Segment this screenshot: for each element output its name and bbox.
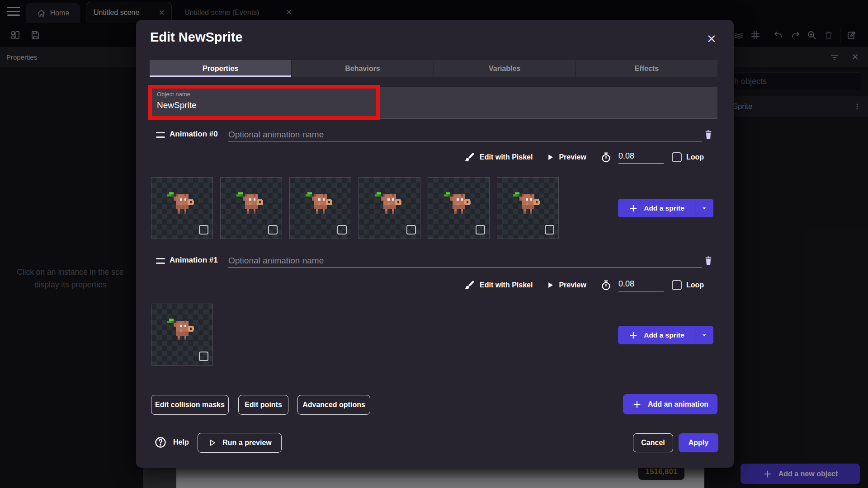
help-label: Help [173, 438, 189, 446]
stopwatch-icon [600, 151, 612, 164]
edit-with-piskel-button[interactable]: Edit with Piskel [480, 281, 533, 289]
tab-variables[interactable]: Variables [434, 60, 576, 77]
delete-animation-icon[interactable] [700, 127, 717, 142]
play-icon [546, 153, 554, 161]
frame-checkbox[interactable] [268, 225, 278, 235]
sprite-frame[interactable] [151, 304, 213, 366]
sprite-frame[interactable] [289, 177, 351, 239]
animation-1-frames [151, 304, 213, 366]
apply-button[interactable]: Apply [679, 433, 718, 452]
sprite-frame[interactable] [220, 177, 282, 239]
dialog-footer: Help Run a preview Cancel Apply [136, 433, 734, 453]
gdevelop-app: Home Untitled scene ✕ Untitled scene (Ev… [0, 0, 868, 488]
time-between-frames-input[interactable] [618, 151, 664, 164]
preview-button[interactable]: Preview [559, 281, 586, 289]
loop-label: Loop [686, 281, 704, 289]
dialog-close-icon[interactable]: ✕ [703, 30, 721, 48]
loop-checkbox[interactable] [672, 280, 682, 290]
animation-0-title: Animation #0 [170, 130, 218, 139]
add-sprite-label: Add a sprite [644, 331, 684, 339]
run-preview-button[interactable]: Run a preview [198, 433, 282, 453]
frame-checkbox[interactable] [199, 225, 208, 235]
brush-icon [464, 151, 476, 163]
add-sprite-button[interactable]: Add a sprite [618, 326, 713, 344]
animation-0-frames [151, 177, 559, 239]
time-between-frames-field [618, 279, 664, 291]
add-sprite-dropdown[interactable] [695, 326, 713, 344]
animation-0-actions: Edit with Piskel Preview Loop [464, 147, 704, 167]
frame-checkbox[interactable] [545, 225, 554, 235]
animation-1-title: Animation #1 [170, 256, 218, 265]
animation-0-header: Animation #0 [150, 128, 717, 142]
loop-label: Loop [686, 153, 704, 161]
time-between-frames-input[interactable] [618, 279, 664, 291]
loop-checkbox[interactable] [672, 152, 682, 162]
tab-effects[interactable]: Effects [576, 60, 717, 77]
animation-0-name-field [228, 128, 702, 141]
edit-points-button[interactable]: Edit points [238, 395, 288, 415]
add-sprite-button[interactable]: Add a sprite [618, 199, 713, 217]
brush-icon [464, 279, 476, 291]
frame-checkbox[interactable] [199, 352, 208, 361]
add-sprite-label: Add a sprite [644, 204, 684, 212]
help-icon [154, 436, 167, 449]
animation-1-name-field [228, 254, 702, 267]
frame-checkbox[interactable] [476, 225, 485, 235]
sprite-frame[interactable] [497, 177, 559, 239]
stopwatch-icon [600, 279, 612, 291]
chevron-down-icon [701, 332, 708, 339]
edit-collision-masks-button[interactable]: Edit collision masks [151, 395, 229, 415]
animation-0-name-input[interactable] [228, 128, 702, 141]
add-sprite-dropdown[interactable] [695, 199, 713, 217]
pig-sprite-image [374, 192, 402, 218]
plus-icon [632, 399, 642, 409]
play-outline-icon [208, 438, 217, 447]
tab-properties[interactable]: Properties [150, 60, 291, 77]
advanced-options-button[interactable]: Advanced options [297, 395, 370, 415]
frame-checkbox[interactable] [406, 225, 416, 235]
plus-icon [628, 330, 638, 340]
animation-1-header: Animation #1 [150, 254, 717, 268]
chevron-down-icon [701, 205, 708, 212]
pig-sprite-image [305, 192, 333, 218]
animation-1-actions: Edit with Piskel Preview Loop [464, 275, 704, 295]
drag-handle-icon[interactable] [156, 258, 165, 264]
animation-1-name-input[interactable] [228, 254, 702, 267]
play-icon [546, 281, 554, 289]
delete-animation-icon[interactable] [700, 253, 717, 268]
sprite-frame[interactable] [428, 177, 490, 239]
object-name-field-label: Object name [157, 91, 710, 98]
pig-sprite-image [513, 192, 541, 218]
help-button[interactable]: Help [154, 436, 189, 449]
frame-checkbox[interactable] [337, 225, 347, 235]
pig-sprite-image [167, 319, 195, 345]
drag-handle-icon[interactable] [156, 132, 165, 138]
add-animation-label: Add an animation [648, 400, 708, 408]
add-animation-button[interactable]: Add an animation [623, 394, 717, 414]
dialog-title: Edit NewSprite [150, 30, 243, 45]
dialog-tab-bar: Properties Behaviors Variables Effects [150, 60, 717, 77]
pig-sprite-image [443, 192, 472, 218]
object-name-field[interactable]: Object name [150, 87, 717, 118]
edit-with-piskel-button[interactable]: Edit with Piskel [480, 153, 533, 161]
object-name-input[interactable] [157, 100, 428, 110]
sprite-frame[interactable] [151, 177, 213, 239]
run-preview-label: Run a preview [222, 439, 271, 447]
sprite-frame[interactable] [359, 177, 420, 239]
plus-icon [628, 203, 638, 213]
pig-sprite-image [236, 192, 264, 218]
cancel-button[interactable]: Cancel [633, 433, 673, 452]
pig-sprite-image [167, 192, 195, 218]
preview-button[interactable]: Preview [559, 153, 586, 161]
edit-object-dialog: Edit NewSprite ✕ Properties Behaviors Va… [136, 20, 734, 468]
time-between-frames-field [618, 151, 664, 164]
tab-behaviors[interactable]: Behaviors [291, 60, 433, 77]
